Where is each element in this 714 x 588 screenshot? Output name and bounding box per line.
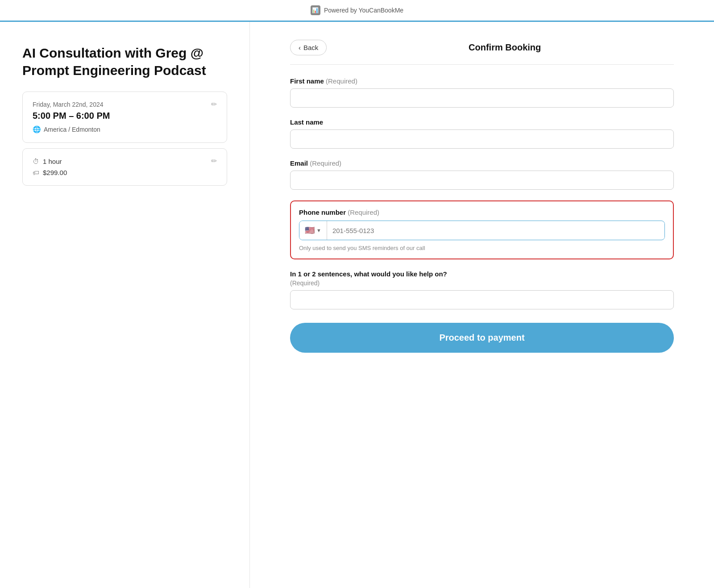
duration-text: 1 hour [43, 158, 62, 165]
date-card-content: Friday, March 22nd, 2024 5:00 PM – 6:00 … [33, 101, 110, 133]
help-input[interactable] [290, 290, 674, 309]
duration-item: ⏱ 1 hour [33, 158, 67, 165]
phone-country-selector[interactable]: 🇺🇸 ▼ [299, 221, 327, 240]
booking-header: ‹ Back Confirm Booking [290, 40, 674, 65]
booking-form: First name (Required) Last name Email (R… [290, 77, 674, 353]
globe-icon: 🌐 [33, 125, 41, 133]
page-title: Confirm Booking [336, 42, 674, 53]
last-name-input[interactable] [290, 129, 674, 149]
back-chevron-icon: ‹ [299, 44, 301, 51]
date-line: Friday, March 22nd, 2024 [33, 101, 110, 108]
details-card-content: ⏱ 1 hour 🏷 $299.00 [33, 158, 67, 176]
email-label: Email (Required) [290, 159, 674, 167]
time-line: 5:00 PM – 6:00 PM [33, 111, 110, 121]
help-required: (Required) [290, 279, 674, 287]
timezone-line: 🌐 America / Edmonton [33, 125, 110, 133]
first-name-label: First name (Required) [290, 77, 674, 85]
main-layout: AI Consultation with Greg @ Prompt Engin… [0, 22, 714, 588]
price-item: 🏷 $299.00 [33, 169, 67, 176]
phone-required: (Required) [348, 209, 379, 216]
left-panel: AI Consultation with Greg @ Prompt Engin… [0, 22, 250, 588]
proceed-to-payment-button[interactable]: Proceed to payment [290, 323, 674, 353]
price-text: $299.00 [43, 169, 67, 176]
timezone-text: America / Edmonton [44, 126, 100, 133]
last-name-label: Last name [290, 118, 674, 126]
back-button[interactable]: ‹ Back [290, 40, 327, 55]
date-card-row: Friday, March 22nd, 2024 5:00 PM – 6:00 … [33, 101, 217, 133]
back-button-label: Back [303, 44, 318, 51]
clock-icon: ⏱ [33, 158, 39, 165]
first-name-group: First name (Required) [290, 77, 674, 108]
details-card: ⏱ 1 hour 🏷 $299.00 ✏ [22, 148, 227, 186]
help-group: In 1 or 2 sentences, what would you like… [290, 270, 674, 309]
details-card-row: ⏱ 1 hour 🏷 $299.00 ✏ [33, 158, 217, 176]
email-input[interactable] [290, 171, 674, 190]
right-panel: ‹ Back Confirm Booking First name (Requi… [250, 22, 714, 588]
first-name-required: (Required) [326, 77, 357, 85]
date-edit-button[interactable]: ✏ [211, 100, 217, 108]
email-required: (Required) [310, 159, 341, 167]
phone-input[interactable] [327, 222, 664, 239]
us-flag-icon: 🇺🇸 [305, 225, 315, 235]
details-edit-button[interactable]: ✏ [211, 157, 217, 165]
top-bar: 📊 Powered by YouCanBookMe [0, 0, 714, 22]
email-group: Email (Required) [290, 159, 674, 190]
phone-hint: Only used to send you SMS reminders of o… [299, 245, 665, 251]
phone-label: Phone number (Required) [299, 209, 665, 216]
phone-input-wrapper: 🇺🇸 ▼ [299, 221, 665, 240]
ycbm-logo-icon: 📊 [311, 5, 320, 15]
help-label: In 1 or 2 sentences, what would you like… [290, 270, 674, 278]
event-title: AI Consultation with Greg @ Prompt Engin… [22, 44, 227, 79]
phone-field-container: Phone number (Required) 🇺🇸 ▼ Only used t… [290, 200, 674, 259]
last-name-group: Last name [290, 118, 674, 149]
powered-by-text: Powered by YouCanBookMe [324, 7, 403, 14]
first-name-input[interactable] [290, 88, 674, 108]
price-tag-icon: 🏷 [33, 169, 39, 176]
country-chevron-icon: ▼ [316, 228, 321, 233]
date-card: Friday, March 22nd, 2024 5:00 PM – 6:00 … [22, 92, 227, 143]
